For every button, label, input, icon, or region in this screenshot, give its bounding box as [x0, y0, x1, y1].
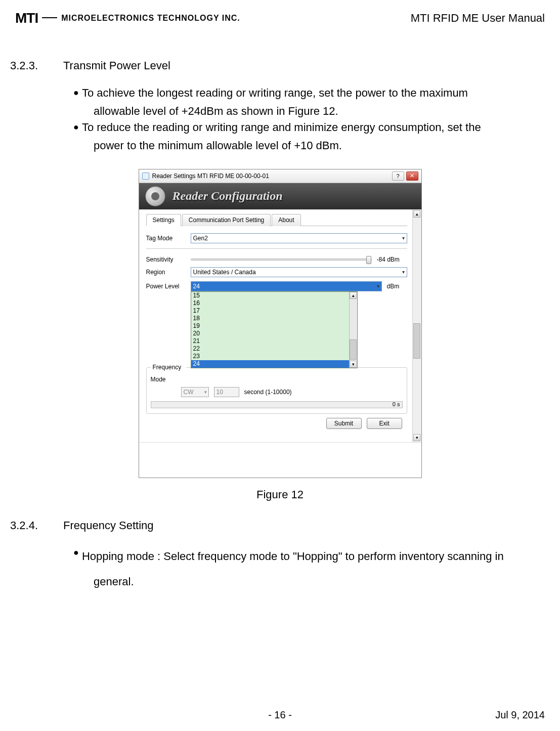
frequency-legend: Frequency: [151, 364, 186, 371]
content-scrollbar[interactable]: ▴ ▾: [412, 209, 421, 442]
dialog-footer-panel: [139, 442, 421, 478]
dropdown-option[interactable]: 18: [191, 315, 357, 322]
section-number: 3.2.3.: [10, 59, 40, 72]
reader-settings-dialog: Reader Settings MTI RFID ME 00-00-00-01 …: [139, 169, 422, 478]
dropdown-option[interactable]: 15: [191, 292, 357, 299]
bullet-text: Hopping mode : Select frequency mode to …: [82, 545, 504, 568]
page-footer: - 16 - Jul 9, 2014: [0, 709, 560, 721]
document-title: MTI RFID ME User Manual: [411, 12, 545, 25]
sensitivity-value: -84 dBm: [377, 256, 407, 263]
bullet-list-324: ● Hopping mode : Select frequency mode t…: [73, 545, 550, 593]
dropdown-option[interactable]: 23: [191, 353, 357, 360]
power-level-dropdown[interactable]: 15 16 17 18 19 20 21 22 23 24 ▴ ▾: [191, 291, 358, 368]
progress-bar: 0 s: [151, 401, 403, 408]
scroll-down-icon[interactable]: ▾: [350, 361, 357, 368]
mode-label: Mode: [151, 376, 176, 383]
figure-12: Reader Settings MTI RFID ME 00-00-00-01 …: [139, 169, 422, 501]
tab-settings[interactable]: Settings: [146, 214, 181, 226]
page-header: MTI MICROELECTRONICS TECHNOLOGY INC. MTI…: [10, 10, 550, 34]
scroll-thumb[interactable]: [350, 339, 357, 360]
bullet-icon: ●: [73, 85, 79, 101]
row-sensitivity: Sensitivity -84 dBm: [146, 256, 407, 263]
dropdown-option[interactable]: 22: [191, 345, 357, 353]
tag-mode-label: Tag Mode: [146, 235, 186, 242]
bullet-text-cont: allowable level of +24dBm as shown in Fi…: [73, 103, 550, 119]
bullet-item: ● Hopping mode : Select frequency mode t…: [73, 545, 550, 568]
footer-date: Jul 9, 2014: [495, 709, 545, 721]
gear-icon: [145, 186, 165, 206]
tab-about[interactable]: About: [272, 214, 300, 226]
scroll-up-icon[interactable]: ▴: [413, 210, 420, 218]
bullet-icon: ●: [73, 119, 79, 136]
figure-caption: Figure 12: [139, 488, 422, 501]
duration-suffix: second (1-10000): [244, 389, 292, 396]
section-number: 3.2.4.: [10, 519, 40, 532]
logo-block: MTI MICROELECTRONICS TECHNOLOGY INC.: [15, 10, 240, 26]
company-name: MICROELECTRONICS TECHNOLOGY INC.: [61, 14, 240, 23]
dropdown-scrollbar[interactable]: ▴ ▾: [349, 292, 357, 368]
duration-spinner[interactable]: 10: [214, 387, 239, 397]
bullet-item: ● To achieve the longest reading or writ…: [73, 85, 550, 101]
bullet-text: To achieve the longest reading or writin…: [82, 85, 468, 101]
close-button[interactable]: ✕: [406, 171, 418, 181]
power-level-combo[interactable]: 24: [191, 281, 382, 291]
banner-title: Reader Configuration: [173, 189, 283, 203]
region-combo[interactable]: United States / Canada: [191, 267, 407, 277]
scroll-down-icon[interactable]: ▾: [413, 434, 420, 441]
bullet-icon: ●: [73, 545, 79, 568]
region-label: Region: [146, 269, 186, 276]
row-region: Region United States / Canada: [146, 267, 407, 277]
dropdown-option-selected[interactable]: 24: [191, 360, 357, 368]
dropdown-option[interactable]: 16: [191, 299, 357, 307]
slider-thumb-icon[interactable]: [366, 256, 371, 264]
bullet-item: ● To reduce the reading or writing range…: [73, 119, 550, 136]
dropdown-option[interactable]: 20: [191, 330, 357, 337]
logo-wave-icon: [42, 13, 57, 23]
help-button[interactable]: ?: [392, 171, 404, 181]
app-icon: [142, 173, 149, 180]
scroll-up-icon[interactable]: ▴: [350, 292, 357, 299]
submit-button[interactable]: Submit: [326, 418, 362, 429]
page-number: - 16 -: [268, 709, 292, 721]
section-title: Frequency Setting: [63, 519, 154, 532]
dropdown-option[interactable]: 17: [191, 307, 357, 315]
section-title: Transmit Power Level: [63, 59, 170, 72]
dropdown-option[interactable]: 19: [191, 322, 357, 330]
row-tag-mode: Tag Mode Gen2: [146, 233, 407, 243]
tab-strip: Settings Communication Port Setting Abou…: [146, 213, 407, 226]
logo-mark: MTI: [15, 10, 38, 26]
dropdown-option[interactable]: 21: [191, 337, 357, 345]
dialog-button-row: Submit Exit: [146, 414, 407, 433]
section-heading-324: 3.2.4. Frequency Setting: [10, 519, 550, 532]
sensitivity-slider[interactable]: [191, 259, 372, 261]
bullet-text-cont: general.: [73, 570, 550, 593]
dialog-content: Settings Communication Port Setting Abou…: [139, 209, 421, 442]
exit-button[interactable]: Exit: [367, 418, 402, 429]
cw-combo[interactable]: CW: [181, 387, 209, 397]
dialog-title: Reader Settings MTI RFID ME 00-00-00-01: [152, 173, 269, 180]
power-level-label: Power Level: [146, 283, 186, 290]
scroll-thumb[interactable]: [413, 323, 420, 359]
bullet-text-cont: power to the minimum allowable level of …: [73, 138, 550, 154]
progress-text: 0 s: [393, 401, 400, 407]
section-heading-323: 3.2.3. Transmit Power Level: [10, 59, 550, 72]
divider: [146, 248, 407, 249]
dialog-titlebar: Reader Settings MTI RFID ME 00-00-00-01 …: [139, 169, 421, 183]
bullet-text: To reduce the reading or writing range a…: [82, 119, 481, 136]
dialog-banner: Reader Configuration: [139, 183, 421, 209]
power-unit: dBm: [387, 283, 407, 290]
bullet-list-323: ● To achieve the longest reading or writ…: [73, 85, 550, 154]
row-power-level: Power Level 24 dBm 15 16 17 18 19 20 21 …: [146, 281, 407, 291]
sensitivity-label: Sensitivity: [146, 256, 186, 263]
tab-comm-port[interactable]: Communication Port Setting: [182, 214, 271, 226]
tag-mode-combo[interactable]: Gen2: [191, 233, 407, 243]
frequency-group: Frequency Mode CW 10 second (1-10000) 0 …: [146, 367, 407, 414]
